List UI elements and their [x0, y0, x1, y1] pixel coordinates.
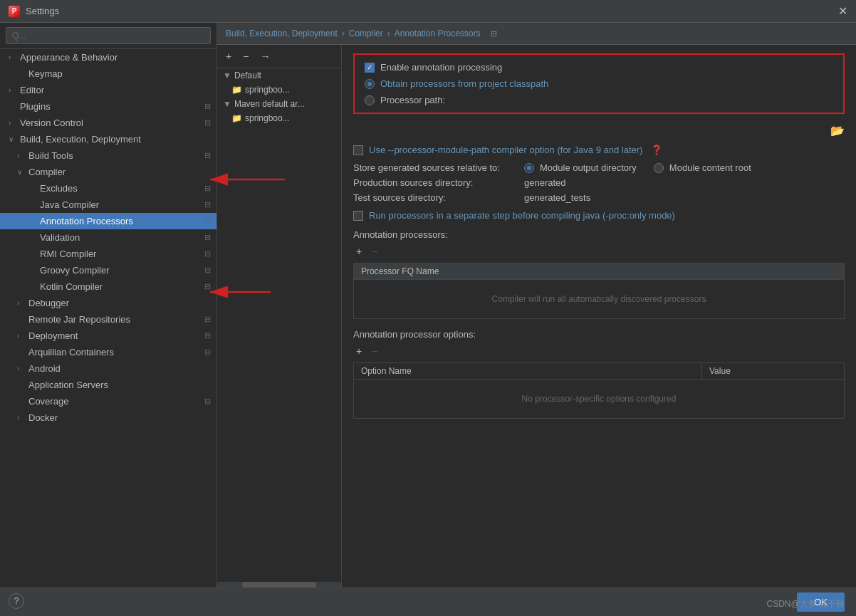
obtain-processors-row: Obtain processors from project classpath	[365, 78, 833, 89]
annotation-processors-toolbar: + −	[353, 244, 845, 259]
breadcrumb-item-1[interactable]: Build, Execution, Deployment	[226, 28, 338, 38]
external-icon: ⊟	[204, 184, 211, 193]
production-sources-row: Production sources directory: generated	[353, 177, 845, 188]
global-help-button[interactable]: ?	[9, 593, 24, 609]
processor-path-row: Processor path:	[365, 95, 833, 105]
tree-item-springboot-2[interactable]: 📁 springboo...	[217, 111, 341, 125]
sidebar-item-label: Deployment	[28, 330, 202, 341]
expand-icon: ›	[17, 414, 26, 422]
sidebar-item-groovy-compiler[interactable]: Groovy Compiler ⊟	[0, 262, 216, 278]
sidebar-item-label: Version Control	[20, 118, 202, 128]
tree-item-label: springboo...	[245, 85, 290, 95]
sidebar-item-editor[interactable]: › Editor	[0, 82, 216, 98]
sidebar-item-annotation-processors[interactable]: Annotation Processors ⊟	[0, 213, 216, 229]
content-area: › Appearance & Behavior Keymap › Editor …	[0, 23, 856, 588]
breadcrumb-sep: ›	[387, 28, 390, 38]
bottom-bar: OK	[0, 588, 856, 616]
external-icon: ⊟	[204, 266, 211, 275]
tree-add-button[interactable]: +	[223, 49, 234, 63]
sidebar-item-arquillian[interactable]: Arquillian Containers ⊟	[0, 344, 216, 360]
external-icon: ⊟	[204, 348, 211, 357]
tree-scrollbar[interactable]	[217, 582, 341, 588]
tree-content: ▼ Default 📁 springboo... ▼ Maven default…	[217, 68, 341, 582]
expand-icon: ›	[17, 365, 26, 372]
external-icon: ⊟	[204, 315, 211, 324]
tree-remove-button[interactable]: −	[240, 49, 251, 63]
tree-item-default[interactable]: ▼ Default	[217, 68, 341, 83]
external-icon: ⊟	[204, 102, 211, 111]
sidebar-item-android[interactable]: › Android	[0, 360, 216, 377]
tree-item-springboot-1[interactable]: 📁 springboo...	[217, 83, 341, 97]
sidebar-item-build-execution[interactable]: ∨ Build, Execution, Deployment	[0, 131, 216, 147]
production-sources-label: Production sources directory:	[353, 177, 524, 188]
sidebar-item-coverage[interactable]: Coverage ⊟	[0, 393, 216, 409]
sidebar-item-rmi-compiler[interactable]: RMI Compiler ⊟	[0, 246, 216, 262]
split-area: + − → ▼ Default 📁 springboo...	[217, 45, 856, 588]
sidebar-item-build-tools[interactable]: › Build Tools ⊟	[0, 147, 216, 164]
breadcrumb-item-3[interactable]: Annotation Processors	[395, 28, 481, 38]
sidebar-item-label: Compiler	[28, 167, 211, 177]
obtain-processors-label: Obtain processors from project classpath	[380, 78, 548, 89]
obtain-processors-radio[interactable]	[365, 79, 375, 89]
processor-path-radio[interactable]	[365, 95, 375, 105]
search-input[interactable]	[6, 27, 211, 44]
sidebar-item-java-compiler[interactable]: Java Compiler ⊟	[0, 197, 216, 213]
annotation-remove-button[interactable]: −	[369, 244, 380, 259]
sidebar-item-label: Editor	[20, 85, 211, 95]
sidebar-item-label: Coverage	[28, 396, 202, 407]
help-icon[interactable]: ❓	[651, 145, 662, 155]
annotation-add-button[interactable]: +	[353, 244, 365, 259]
sidebar-item-label: Java Compiler	[40, 199, 202, 210]
sidebar-item-kotlin-compiler[interactable]: Kotlin Compiler ⊟	[0, 278, 216, 295]
sidebar-item-application-servers[interactable]: Application Servers	[0, 377, 216, 393]
processor-module-path-checkbox[interactable]	[353, 145, 363, 155]
sidebar-item-label: Appearance & Behavior	[20, 52, 211, 63]
sidebar-item-label: Android	[28, 363, 211, 374]
module-output-radio[interactable]	[524, 163, 534, 173]
enable-annotation-checkbox[interactable]	[365, 63, 375, 73]
sidebar-item-appearance[interactable]: › Appearance & Behavior	[0, 49, 216, 66]
sidebar-item-debugger[interactable]: › Debugger	[0, 295, 216, 311]
annotation-processing-box: Enable annotation processing Obtain proc…	[353, 53, 845, 114]
sidebar-item-label: Plugins	[20, 101, 202, 112]
sidebar-item-label: RMI Compiler	[40, 249, 202, 259]
sidebar-item-validation[interactable]: Validation ⊟	[0, 229, 216, 246]
external-icon: ⊟	[204, 397, 211, 406]
expand-icon: ›	[9, 53, 17, 61]
sidebar-item-docker[interactable]: › Docker	[0, 409, 216, 426]
options-add-button[interactable]: +	[353, 344, 365, 358]
external-icon: ⊟	[204, 249, 211, 259]
sidebar-item-label: Remote Jar Repositories	[28, 314, 202, 325]
sidebar-item-keymap[interactable]: Keymap	[0, 66, 216, 82]
production-sources-value: generated	[524, 177, 566, 188]
sidebar-item-plugins[interactable]: Plugins ⊟	[0, 98, 216, 115]
sidebar-item-label: Keymap	[28, 68, 211, 79]
processor-module-path-label: Use --processor-module-path compiler opt…	[369, 145, 642, 155]
expand-icon: ∨	[17, 168, 26, 176]
tree-expand-icon: ▼	[223, 71, 231, 80]
options-table-header-row: Option Name Value	[354, 363, 844, 380]
close-button[interactable]: ✕	[838, 6, 847, 17]
test-sources-value: generated_tests	[524, 192, 590, 203]
titlebar: P Settings ✕	[0, 0, 856, 23]
tree-toolbar: + − →	[217, 45, 341, 68]
app-icon: P	[9, 6, 20, 17]
sidebar-item-remote-jar[interactable]: Remote Jar Repositories ⊟	[0, 311, 216, 328]
browse-folder-icon[interactable]: 📂	[830, 124, 845, 137]
tree-item-maven-default[interactable]: ▼ Maven default ar...	[217, 97, 341, 111]
annotation-processors-header: Annotation processors:	[353, 229, 845, 240]
sidebar-item-deployment[interactable]: › Deployment ⊟	[0, 328, 216, 344]
sidebar-item-version-control[interactable]: › Version Control ⊟	[0, 115, 216, 131]
search-box	[0, 23, 216, 49]
breadcrumb-item-2[interactable]: Compiler	[349, 28, 383, 38]
enable-annotation-label: Enable annotation processing	[380, 62, 502, 73]
options-remove-button[interactable]: −	[369, 344, 380, 358]
sidebar-item-excludes[interactable]: Excludes ⊟	[0, 180, 216, 197]
module-content-radio[interactable]	[654, 163, 664, 173]
run-processors-checkbox[interactable]	[353, 211, 363, 221]
sidebar-item-label: Application Servers	[28, 380, 211, 390]
sidebar-item-compiler[interactable]: ∨ Compiler	[0, 164, 216, 180]
external-icon: ⊟	[204, 331, 211, 340]
module-content-label: Module content root	[669, 162, 751, 173]
tree-forward-button[interactable]: →	[257, 49, 273, 63]
